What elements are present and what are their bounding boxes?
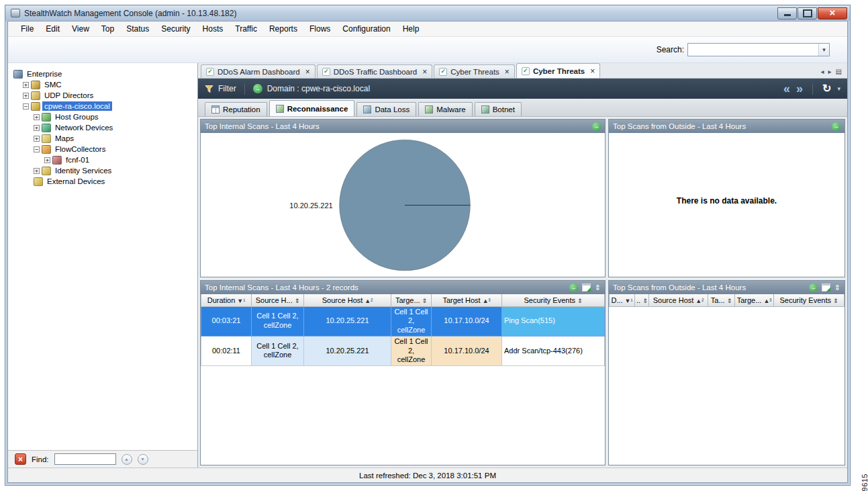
col-target-host-group[interactable]: Targe...⇕ bbox=[391, 294, 432, 306]
menu-file[interactable]: File bbox=[15, 22, 40, 36]
tab-list-icon[interactable]: ▤ bbox=[836, 68, 842, 75]
sort-icon[interactable]: ⇕ bbox=[595, 284, 601, 292]
expand-toggle-icon[interactable]: + bbox=[34, 114, 40, 120]
export-icon[interactable] bbox=[822, 283, 830, 292]
tree-item-enterprise[interactable]: Enterprise bbox=[12, 69, 197, 79]
menu-top[interactable]: Top bbox=[95, 22, 120, 36]
expand-toggle-icon[interactable]: + bbox=[44, 157, 50, 163]
menu-status[interactable]: Status bbox=[120, 22, 155, 36]
find-close-icon[interactable]: × bbox=[15, 453, 26, 465]
tab-data-loss[interactable]: Data Loss bbox=[356, 102, 416, 116]
menu-help[interactable]: Help bbox=[397, 22, 426, 36]
cell-security-events: Addr Scan/tcp-443(276) bbox=[502, 336, 605, 365]
reputation-icon bbox=[211, 105, 220, 114]
col-source-host[interactable]: Source Host▲² bbox=[304, 294, 391, 306]
menu-traffic[interactable]: Traffic bbox=[229, 22, 263, 36]
tab-scroll-left-icon[interactable]: ◂ bbox=[820, 68, 824, 75]
tree-item-domain[interactable]: − cpwe-ra-cisco.local bbox=[12, 101, 197, 111]
sort-indicator-icon: ⇕ bbox=[295, 298, 300, 304]
collapse-toggle-icon[interactable]: − bbox=[34, 146, 40, 152]
chevron-down-icon[interactable]: ▾ bbox=[818, 44, 829, 56]
col-target-host[interactable]: Targe...▲³ bbox=[735, 294, 774, 306]
tab-close-icon[interactable]: × bbox=[305, 68, 310, 76]
find-input[interactable] bbox=[54, 453, 116, 465]
go-to-document-icon[interactable]: → bbox=[809, 283, 818, 292]
col-security-events[interactable]: Security Events⇕ bbox=[502, 294, 605, 306]
tree-item-host-groups[interactable]: + Host Groups bbox=[12, 111, 197, 122]
tab-close-icon[interactable]: × bbox=[505, 68, 510, 76]
menu-edit[interactable]: Edit bbox=[40, 22, 66, 36]
tab-malware[interactable]: Malware bbox=[418, 102, 472, 116]
menu-flows[interactable]: Flows bbox=[303, 22, 336, 36]
find-bar: × Find: ▲ ▼ bbox=[8, 450, 197, 467]
menu-bar: File Edit View Top Status Security Hosts… bbox=[8, 21, 847, 37]
close-button[interactable] bbox=[818, 7, 847, 19]
find-previous-button[interactable]: ▲ bbox=[122, 454, 132, 465]
col-target-host[interactable]: Target Host▲³ bbox=[432, 294, 502, 306]
table-row[interactable]: 00:02:11 Cell 1 Cell 2, cellZone 10.20.2… bbox=[201, 336, 605, 365]
col-source-host[interactable]: Source Host▲² bbox=[649, 294, 708, 306]
col-security-events[interactable]: Security Events⇕ bbox=[774, 294, 845, 306]
tab-reconnaissance[interactable]: Reconnaissance bbox=[269, 100, 355, 116]
col-target-host-group[interactable]: Ta...⇕ bbox=[708, 294, 735, 306]
col-duration[interactable]: D...▼¹ bbox=[610, 294, 635, 306]
tab-close-icon[interactable]: × bbox=[590, 67, 595, 75]
last-refreshed-text: Last refreshed: Dec 3, 2018 3:01:51 PM bbox=[359, 472, 496, 480]
col-source-host-group[interactable]: ..⇕ bbox=[635, 294, 649, 306]
tree-item-network-devices[interactable]: + Network Devices bbox=[12, 122, 197, 133]
collapse-toggle-icon[interactable]: − bbox=[23, 103, 29, 109]
col-duration[interactable]: Duration▼¹ bbox=[201, 294, 252, 306]
menu-configuration[interactable]: Configuration bbox=[336, 22, 396, 36]
tab-ddos-traffic-dashboard[interactable]: ✓ DDoS Traffic Dashboard × bbox=[317, 64, 432, 78]
maximize-button[interactable] bbox=[798, 7, 817, 19]
go-to-document-icon[interactable]: → bbox=[832, 122, 840, 131]
expand-toggle-icon[interactable]: + bbox=[23, 82, 29, 88]
cell-target-host-group: Cell 1 Cell 2, cellZone bbox=[391, 306, 432, 336]
menu-view[interactable]: View bbox=[66, 22, 95, 36]
tab-ddos-alarm-dashboard[interactable]: ✓ DDoS Alarm Dashboard × bbox=[201, 64, 316, 78]
tree-item-smc[interactable]: + SMC bbox=[12, 79, 197, 90]
menu-security[interactable]: Security bbox=[155, 22, 196, 36]
tree-item-identity-services[interactable]: + Identity Services bbox=[12, 165, 197, 176]
domain-icon bbox=[31, 102, 40, 111]
enterprise-icon bbox=[13, 70, 23, 79]
tab-botnet[interactable]: Botnet bbox=[475, 102, 522, 116]
filter-button[interactable]: Filter bbox=[218, 84, 236, 93]
tree-item-external-devices[interactable]: External Devices bbox=[12, 176, 197, 187]
menu-hosts[interactable]: Hosts bbox=[197, 22, 230, 36]
enterprise-tree-panel: Enterprise + SMC + UDP Directors − bbox=[8, 63, 198, 467]
sort-indicator-icon: ⇕ bbox=[727, 298, 732, 304]
history-back-icon[interactable]: « bbox=[783, 83, 790, 95]
expand-toggle-icon[interactable]: + bbox=[34, 168, 40, 174]
tree-item-udp-directors[interactable]: + UDP Directors bbox=[12, 90, 197, 101]
external-devices-icon bbox=[34, 177, 43, 186]
history-forward-icon[interactable]: » bbox=[796, 83, 803, 95]
expand-toggle-icon[interactable]: + bbox=[34, 125, 40, 131]
panel-header: Top Scans from Outside - Last 4 Hours → bbox=[609, 120, 845, 133]
table-row[interactable]: 00:03:21 Cell 1 Cell 2, cellZone 10.20.2… bbox=[201, 306, 605, 336]
menu-reports[interactable]: Reports bbox=[263, 22, 303, 36]
tree-item-flowcollectors[interactable]: − FlowCollectors bbox=[12, 144, 197, 154]
tree-item-maps[interactable]: + Maps bbox=[12, 133, 197, 144]
expand-toggle-icon[interactable]: + bbox=[34, 136, 40, 142]
tab-scroll-right-icon[interactable]: ▸ bbox=[828, 68, 832, 75]
refresh-icon[interactable]: ↻ bbox=[822, 83, 831, 94]
tab-close-icon[interactable]: × bbox=[422, 68, 427, 76]
export-icon[interactable] bbox=[582, 283, 591, 292]
sort-icon[interactable]: ⇕ bbox=[834, 284, 840, 292]
tab-cyber-threats-1[interactable]: ✓ Cyber Threats × bbox=[434, 64, 515, 78]
minimize-button[interactable] bbox=[777, 7, 797, 19]
go-to-document-icon[interactable]: → bbox=[592, 122, 601, 131]
refresh-dropdown-icon[interactable]: ▾ bbox=[837, 85, 840, 92]
find-next-button[interactable]: ▼ bbox=[138, 454, 148, 465]
tree-item-fcnf-01[interactable]: + fcnf-01 bbox=[12, 154, 197, 165]
domain-icon: → bbox=[253, 84, 262, 93]
search-combobox[interactable]: ▾ bbox=[687, 43, 830, 56]
col-source-host-group[interactable]: Source H...⇕ bbox=[252, 294, 304, 306]
search-input[interactable] bbox=[688, 44, 818, 55]
tab-cyber-threats-2[interactable]: ✓ Cyber Threats × bbox=[516, 63, 600, 78]
expand-toggle-icon[interactable]: + bbox=[23, 93, 29, 99]
go-to-document-icon[interactable]: → bbox=[569, 283, 578, 292]
maps-icon bbox=[42, 134, 51, 143]
tab-reputation[interactable]: Reputation bbox=[205, 102, 267, 116]
